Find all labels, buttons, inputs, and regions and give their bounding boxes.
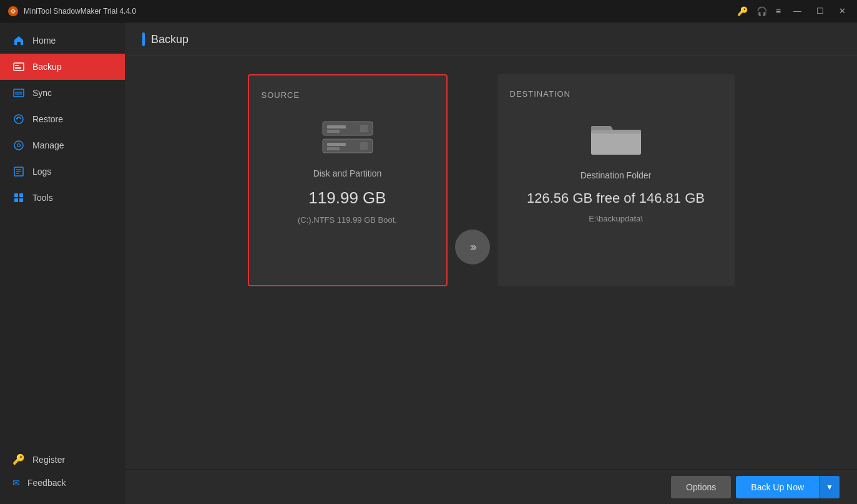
menu-icon[interactable]: ≡ [776, 6, 781, 16]
sidebar-item-manage-label: Manage [32, 140, 64, 150]
svg-rect-17 [14, 198, 18, 202]
svg-rect-25 [327, 147, 340, 150]
sync-icon [12, 87, 25, 99]
title-bar-icons: 🔑 🎧 ≡ [737, 6, 781, 16]
sidebar-item-restore[interactable]: Restore [0, 106, 125, 132]
restore-icon [12, 113, 25, 125]
tools-icon [12, 191, 25, 204]
svg-rect-15 [14, 193, 18, 197]
svg-point-10 [17, 144, 21, 147]
close-button[interactable]: ✕ [835, 5, 850, 17]
sidebar-item-manage[interactable]: Manage [0, 132, 125, 158]
sidebar-feedback[interactable]: ✉ Feedback [0, 472, 125, 494]
sidebar-item-tools[interactable]: Tools [0, 185, 125, 211]
backup-icon [12, 61, 25, 73]
source-type: Disk and Partition [313, 168, 382, 178]
sidebar-footer: 🔑 Register ✉ Feedback [0, 447, 125, 504]
app-logo-icon [7, 6, 19, 17]
destination-label: DESTINATION [510, 89, 571, 99]
backup-now-group: Back Up Now ▼ [736, 476, 840, 498]
sidebar-item-home-label: Home [32, 36, 56, 46]
svg-rect-2 [14, 63, 24, 70]
register-icon: 🔑 [12, 453, 25, 465]
sidebar-item-logs-label: Logs [32, 167, 51, 177]
svg-rect-16 [19, 193, 23, 197]
app-title: MiniTool ShadowMaker Trial 4.4.0 [24, 7, 737, 16]
window-controls: — ☐ ✕ [790, 5, 850, 17]
bottom-bar: Options Back Up Now ▼ [125, 469, 857, 504]
svg-rect-20 [327, 125, 346, 128]
sidebar-item-backup-label: Backup [32, 62, 62, 72]
logs-icon [12, 165, 25, 178]
destination-type: Destination Folder [580, 170, 652, 180]
key-icon[interactable]: 🔑 [737, 6, 748, 16]
destination-card[interactable]: DESTINATION Destination Folder 126.56 [497, 74, 735, 286]
feedback-icon: ✉ [12, 478, 20, 488]
feedback-label: Feedback [27, 478, 66, 488]
folder-icon-wrapper [588, 117, 644, 158]
home-icon [12, 34, 25, 47]
svg-rect-28 [591, 131, 641, 155]
headphones-icon[interactable]: 🎧 [757, 6, 767, 16]
svg-rect-26 [360, 142, 368, 150]
svg-rect-21 [327, 130, 340, 133]
page-header: Backup [125, 22, 857, 56]
source-label: SOURCE [262, 90, 300, 100]
options-button[interactable]: Options [671, 476, 731, 498]
svg-rect-6 [15, 92, 22, 93]
sidebar-item-logs[interactable]: Logs [0, 158, 125, 185]
sidebar-nav: Home Backup [0, 22, 125, 447]
register-label: Register [32, 455, 65, 465]
arrow-icon: ››› [455, 230, 490, 264]
page-header-bar [142, 32, 145, 46]
svg-rect-4 [15, 67, 21, 69]
title-bar: MiniTool ShadowMaker Trial 4.4.0 🔑 🎧 ≡ —… [0, 0, 857, 22]
svg-rect-18 [19, 198, 23, 202]
arrow-container: ››› [448, 230, 497, 264]
destination-path: E:\backupdata\ [589, 214, 643, 223]
backup-now-dropdown-button[interactable]: ▼ [819, 476, 840, 498]
content-area: Backup SOURCE [125, 22, 857, 504]
backup-content: SOURCE Disk and Part [125, 56, 857, 469]
page-title: Backup [151, 33, 189, 46]
svg-rect-22 [360, 125, 368, 132]
svg-rect-24 [327, 143, 346, 146]
destination-free: 126.56 GB free of 146.81 GB [527, 190, 705, 206]
sidebar-register[interactable]: 🔑 Register [0, 447, 125, 472]
svg-rect-3 [15, 65, 19, 66]
source-desc: (C:).NTFS 119.99 GB Boot. [298, 215, 397, 225]
disk-partition-icon [320, 119, 376, 156]
svg-point-8 [14, 115, 23, 124]
main-layout: Home Backup [0, 22, 857, 504]
source-size: 119.99 GB [308, 188, 386, 208]
sidebar-item-home[interactable]: Home [0, 27, 125, 54]
sidebar-item-tools-label: Tools [32, 193, 53, 203]
disk-icon-wrapper [320, 119, 376, 156]
sidebar-item-backup[interactable]: Backup [0, 54, 125, 80]
maximize-button[interactable]: ☐ [813, 5, 828, 17]
manage-icon [12, 139, 25, 152]
minimize-button[interactable]: — [790, 5, 805, 17]
svg-point-1 [12, 10, 14, 12]
sidebar-item-sync-label: Sync [32, 88, 52, 98]
svg-rect-29 [591, 130, 641, 133]
svg-point-9 [14, 141, 23, 150]
folder-icon [588, 117, 644, 158]
source-card[interactable]: SOURCE Disk and Part [248, 74, 448, 286]
svg-rect-5 [14, 89, 24, 97]
svg-rect-7 [15, 94, 22, 95]
sidebar-item-sync[interactable]: Sync [0, 80, 125, 106]
sidebar-item-restore-label: Restore [32, 114, 63, 124]
sidebar: Home Backup [0, 22, 125, 504]
backup-now-button[interactable]: Back Up Now [736, 476, 819, 498]
